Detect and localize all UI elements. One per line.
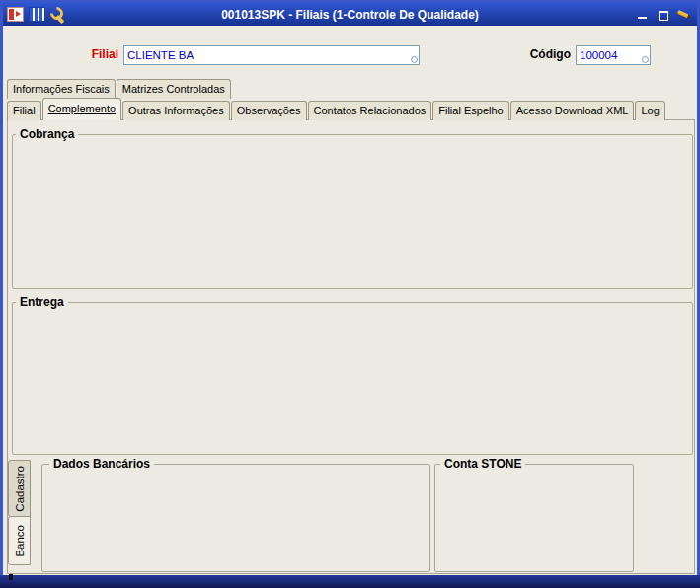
window-border-bottom [0,575,700,588]
tab-contatos-relacionados[interactable]: Contatos Relacionados [308,101,432,120]
entrega-group [12,302,693,455]
tab-matrizes-controladas[interactable]: Matrizes Controladas [117,79,231,99]
cobranca-group [12,134,693,289]
tab-complemento[interactable]: Complemento [42,98,121,120]
titlebar: 001013SPK - Filiais (1-Controle De Quali… [3,3,697,26]
tab-observacoes[interactable]: Observações [231,101,307,120]
entrega-title: Entrega [16,295,68,309]
window-border-left [0,0,3,588]
side-tab-cadastro[interactable]: Cadastro [8,460,31,517]
side-tab-cadastro-label: Cadastro [14,466,26,512]
main-tabs: Filial Complemento Outras Informações Ob… [7,99,665,120]
outer-tabs: Informações Fiscais Matrizes Controladas [7,78,231,99]
conta-stone-title: Conta STONE [440,457,525,471]
dados-bancarios-group [41,464,430,572]
tab-informacoes-fiscais[interactable]: Informações Fiscais [7,79,116,99]
side-tab-banco[interactable]: Banco [8,516,31,565]
tab-filial-espelho[interactable]: Filial Espelho [432,101,508,120]
window-title: 001013SPK - Filiais (1-Controle De Quali… [3,8,697,22]
app-window: 001013SPK - Filiais (1-Controle De Quali… [0,0,700,588]
filial-label: Filial [79,45,118,63]
tab-log[interactable]: Log [635,101,664,120]
exit-icon[interactable] [7,7,24,22]
conta-stone-group [434,464,634,572]
wrench-icon[interactable] [50,7,66,22]
restore-button[interactable] [656,8,671,22]
minimize-button[interactable] [635,8,651,22]
tab-acesso-download-xml[interactable]: Acesso Download XML [510,101,635,120]
dados-bancarios-title: Dados Bancários [49,457,154,471]
tab-outras-informacoes[interactable]: Outras Informações [122,101,230,120]
codigo-label: Código [521,45,571,63]
tab-filial[interactable]: Filial [7,101,41,120]
cobranca-title: Cobrança [16,127,78,141]
side-tab-banco-label: Banco [14,525,26,557]
columns-icon[interactable] [29,7,45,22]
edit-pencil-icon[interactable] [673,4,695,26]
codigo-field[interactable]: 100004 [576,45,651,65]
filial-field[interactable]: CLIENTE BA [123,45,420,65]
